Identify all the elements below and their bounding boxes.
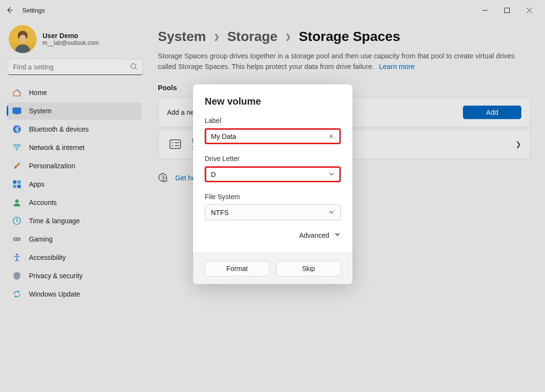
svg-point-12 <box>15 200 19 203</box>
accessibility-icon <box>13 253 21 262</box>
label-field-label: Label <box>205 117 341 124</box>
nav-label: Personalization <box>29 162 75 170</box>
get-help-link[interactable]: Get he <box>175 174 196 182</box>
chevron-right-icon: ❯ <box>516 140 521 148</box>
close-icon <box>527 8 532 13</box>
nav-label: Gaming <box>29 235 53 243</box>
svg-rect-9 <box>17 180 21 184</box>
nav-bluetooth[interactable]: Bluetooth & devices <box>7 121 141 138</box>
chevron-right-icon: ❯ <box>285 33 291 41</box>
svg-point-20 <box>172 145 173 146</box>
crumb-storage-spaces: Storage Spaces <box>299 29 400 44</box>
svg-point-17 <box>16 254 18 256</box>
nav-gaming[interactable]: Gaming <box>7 230 141 248</box>
update-icon <box>13 290 21 298</box>
bluetooth-icon <box>13 125 21 134</box>
back-button[interactable] <box>5 5 15 15</box>
maximize-button[interactable] <box>496 3 518 17</box>
nav-update[interactable]: Windows Update <box>7 285 141 303</box>
account-icon <box>13 198 21 207</box>
svg-rect-0 <box>504 8 509 13</box>
nav-accessibility[interactable]: Accessibility <box>7 249 141 266</box>
close-button[interactable] <box>518 3 540 17</box>
search-box[interactable] <box>8 59 143 75</box>
window-title: Settings <box>22 7 45 14</box>
svg-point-16 <box>18 239 19 240</box>
crumb-system[interactable]: System <box>158 29 206 44</box>
maximize-icon <box>504 8 510 13</box>
minimize-icon <box>482 8 488 13</box>
file-system-dropdown[interactable]: NTFS <box>205 204 341 220</box>
svg-rect-8 <box>13 180 16 184</box>
nav-label: Home <box>29 89 47 96</box>
apps-icon <box>13 180 21 189</box>
nav-label: Accounts <box>29 199 57 206</box>
drive-letter-label: Drive Letter <box>205 155 341 162</box>
avatar <box>9 25 37 53</box>
titlebar: Settings <box>0 0 545 20</box>
svg-rect-11 <box>17 185 21 188</box>
nav-system[interactable]: System <box>7 102 141 120</box>
svg-rect-4 <box>13 108 21 114</box>
chevron-right-icon: ❯ <box>214 33 220 41</box>
svg-point-2 <box>19 35 26 42</box>
svg-rect-14 <box>13 237 21 241</box>
add-button[interactable]: Add <box>463 106 521 119</box>
help-icon: ? <box>158 173 168 184</box>
format-button[interactable]: Format <box>205 261 269 276</box>
search-input[interactable] <box>13 63 130 71</box>
svg-point-15 <box>15 239 16 240</box>
nav-label: Privacy & security <box>29 272 83 280</box>
sidebar: User Demo m__lab@outlook.com Home System… <box>0 20 147 392</box>
svg-point-19 <box>172 142 173 143</box>
back-arrow-icon <box>6 6 14 14</box>
home-icon <box>13 88 21 97</box>
breadcrumb: System ❯ Storage ❯ Storage Spaces <box>158 29 531 44</box>
chevron-down-icon <box>329 209 335 216</box>
drive-icon <box>167 136 183 152</box>
brush-icon <box>13 162 21 170</box>
nav-accounts[interactable]: Accounts <box>7 194 141 211</box>
label-input-wrap[interactable]: ✕ <box>205 128 341 144</box>
chevron-down-icon <box>329 171 335 178</box>
nav-apps[interactable]: Apps <box>7 176 141 193</box>
svg-rect-5 <box>15 114 18 114</box>
nav-label: Time & language <box>29 217 80 225</box>
file-system-value: NTFS <box>211 209 229 216</box>
clock-icon <box>13 216 21 225</box>
svg-rect-18 <box>170 140 181 149</box>
wifi-icon <box>13 143 21 152</box>
shield-icon <box>13 271 21 280</box>
advanced-toggle[interactable]: Advanced <box>205 231 341 239</box>
file-system-label: File System <box>205 193 341 201</box>
nav-label: Accessibility <box>29 254 66 261</box>
clear-icon[interactable]: ✕ <box>328 133 335 140</box>
skip-button[interactable]: Skip <box>276 261 341 276</box>
nav-label: System <box>29 107 52 115</box>
svg-point-7 <box>16 149 17 150</box>
minimize-button[interactable] <box>474 3 496 17</box>
gaming-icon <box>13 235 21 243</box>
label-input[interactable] <box>211 133 328 140</box>
nav-home[interactable]: Home <box>7 84 141 101</box>
system-icon <box>13 107 21 115</box>
dialog-title: New volume <box>205 96 341 107</box>
nav-personalization[interactable]: Personalization <box>7 157 141 175</box>
drive-letter-dropdown[interactable]: D <box>205 166 341 182</box>
chevron-down-icon <box>334 231 341 239</box>
nav-time[interactable]: Time & language <box>7 212 141 230</box>
nav-network[interactable]: Network & internet <box>7 139 141 156</box>
learn-more-link[interactable]: Learn more <box>379 63 415 70</box>
user-name: User Demo <box>42 32 98 40</box>
crumb-storage[interactable]: Storage <box>227 29 278 44</box>
svg-point-23 <box>163 178 167 182</box>
nav-label: Network & internet <box>29 144 84 151</box>
search-icon <box>130 63 138 70</box>
nav-privacy[interactable]: Privacy & security <box>7 267 141 284</box>
page-description: Storage Spaces group drives together in … <box>158 51 530 72</box>
svg-point-3 <box>131 64 136 68</box>
new-volume-dialog: New volume Label ✕ Drive Letter D File S… <box>193 84 352 284</box>
nav-label: Windows Update <box>29 290 80 298</box>
user-panel[interactable]: User Demo m__lab@outlook.com <box>9 25 140 53</box>
nav-list: Home System Bluetooth & devices Network … <box>7 84 141 303</box>
